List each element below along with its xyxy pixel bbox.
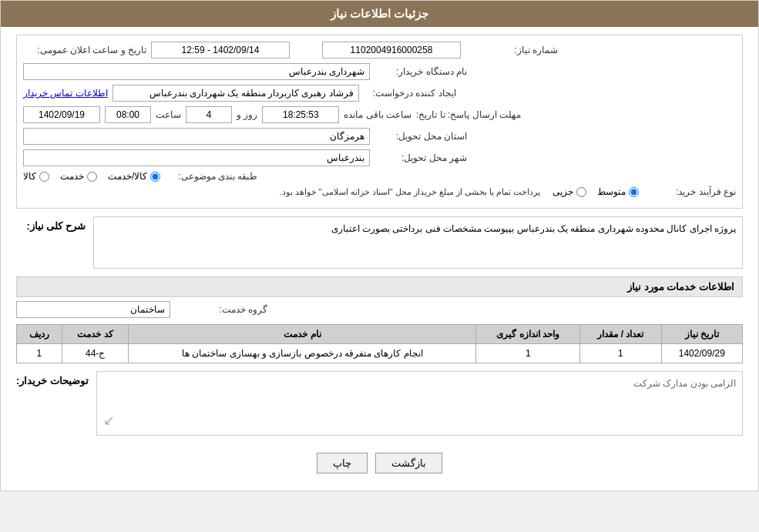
print-button[interactable]: چاپ <box>317 453 368 473</box>
province-label: استان محل تحویل: <box>374 131 467 142</box>
buyer-notes-label: توضیحات خریدار: <box>16 371 89 386</box>
deadline-time-label: ساعت <box>156 109 181 120</box>
col-quantity: تعداد / مقدار <box>580 325 661 344</box>
cell-quantity: 1 <box>580 344 661 363</box>
public-announce-label: تاریخ و ساعت اعلان عمومی: <box>23 45 146 55</box>
city-input[interactable] <box>23 149 370 166</box>
need-number-label: شماره نیاز: <box>465 45 558 55</box>
deadline-time-input[interactable] <box>105 106 151 123</box>
col-service-code: کد خدمت <box>62 325 129 344</box>
need-description-label: شرح کلی نیاز: <box>16 216 86 232</box>
services-table: تاریخ نیاز تعداد / مقدار واحد اندازه گیر… <box>16 324 743 363</box>
buyer-notes-text: الزامی بودن مدارک شرکت <box>103 378 736 389</box>
buttons-row: بازگشت چاپ <box>16 443 743 483</box>
cell-need-date: 1402/09/29 <box>661 344 742 363</box>
city-label: شهر محل تحویل: <box>374 152 467 163</box>
buyer-org-label: نام دستگاه خریدار: <box>374 66 467 77</box>
public-announce-input[interactable] <box>151 42 290 59</box>
purchase-type-small[interactable]: جزیی <box>552 186 586 197</box>
requester-label: ایجاد کننده درخواست: <box>364 88 456 99</box>
need-description-box: پروژه اجرای کانال محدوده شهرداری منطقه ی… <box>93 216 743 269</box>
category-option-goods-services[interactable]: کالا/خدمت <box>108 171 160 182</box>
purchase-type-medium[interactable]: متوسط <box>597 186 639 197</box>
col-need-date: تاریخ نیاز <box>661 325 742 344</box>
category-option-goods[interactable]: کالا <box>23 171 49 182</box>
category-radio-group: کالا/خدمت خدمت کالا <box>23 171 160 182</box>
send-deadline-label: مهلت ارسال پاسخ: تا تاریخ: <box>416 109 521 120</box>
cell-service-code: ج-44 <box>62 344 129 363</box>
buyer-org-input[interactable] <box>23 63 370 80</box>
cell-row-num: 1 <box>17 344 62 363</box>
remaining-days-label: روز و <box>237 109 257 120</box>
remaining-time-input[interactable] <box>262 106 339 123</box>
col-unit: واحد اندازه گیری <box>476 325 580 344</box>
col-row-num: ردیف <box>17 325 62 344</box>
purchase-note: پرداخت تمام یا بخشی از مبلغ خریداز محل "… <box>23 187 548 197</box>
services-section-title: اطلاعات خدمات مورد نیاز <box>16 276 743 297</box>
remaining-time-label: ساعت باقی مانده <box>344 109 411 120</box>
need-description-text: پروژه اجرای کانال محدوده شهرداری منطقه ی… <box>100 223 736 262</box>
remaining-days-input[interactable] <box>186 106 232 123</box>
buyer-notes-container: الزامی بودن مدارک شرکت ↙ <box>96 371 743 436</box>
col-service-name: نام خدمت <box>129 325 476 344</box>
page-title: جزئیات اطلاعات نیاز <box>331 7 428 20</box>
service-group-label: گروه خدمت: <box>175 304 267 315</box>
deadline-date-input[interactable] <box>23 106 100 123</box>
category-option-service[interactable]: خدمت <box>60 171 97 182</box>
requester-input[interactable] <box>113 85 359 102</box>
purchase-type-label: نوع فرآیند خرید: <box>643 186 736 197</box>
category-label: طبقه بندی موضوعی: <box>165 171 257 182</box>
contact-link[interactable]: اطلاعات تماس خریدار <box>23 88 108 99</box>
cell-service-name: انجام کارهای متفرقه درخصوص بازسازی و بهس… <box>129 344 476 363</box>
service-group-input[interactable] <box>16 301 170 318</box>
need-number-input[interactable] <box>322 42 461 59</box>
table-row: 1402/09/29 1 1 انجام کارهای متفرقه درخصو… <box>17 344 743 363</box>
province-input[interactable] <box>23 128 370 145</box>
cell-unit: 1 <box>476 344 580 363</box>
page-header: جزئیات اطلاعات نیاز <box>1 1 758 27</box>
purchase-type-radio-group: متوسط جزیی <box>552 186 639 197</box>
back-button[interactable]: بازگشت <box>375 453 442 473</box>
